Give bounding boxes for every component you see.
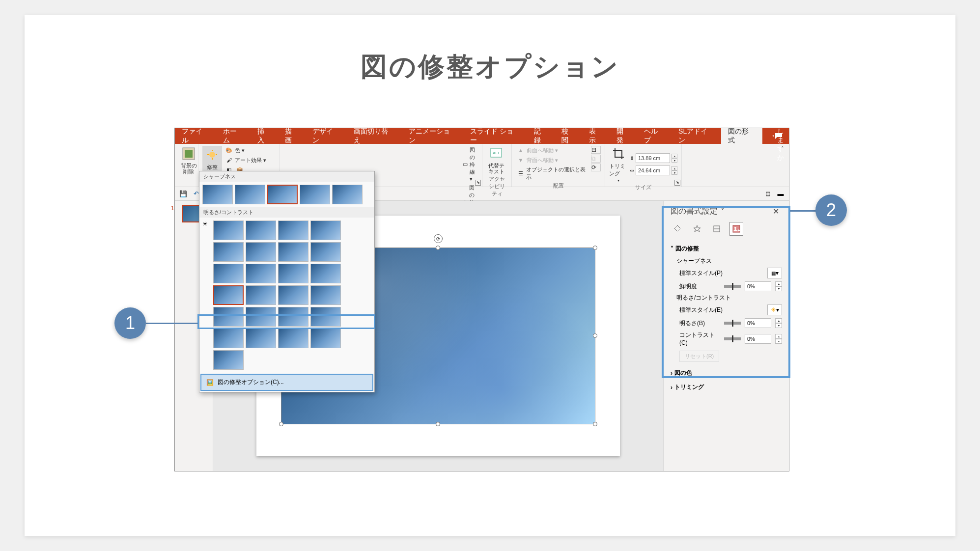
dd-bc-5[interactable] (213, 242, 244, 262)
resize-handle-se[interactable] (593, 422, 597, 426)
fp-brightness-slider[interactable] (724, 322, 741, 325)
fp-section-corrections[interactable]: ˅図の修整 (671, 242, 782, 256)
fp-section-color[interactable]: ›図の色 (671, 366, 782, 380)
width-input[interactable]: 24.64 cm (636, 165, 670, 175)
rotate-icon[interactable]: ⟳ (591, 164, 601, 171)
dd-bc-14[interactable] (246, 285, 276, 305)
dd-bc-7[interactable] (278, 242, 308, 262)
contrast-up[interactable]: ▴ (775, 334, 782, 339)
fp-sharpness-slider[interactable] (724, 285, 741, 288)
fp-reset-button[interactable]: リセット(R) (679, 351, 719, 362)
pane-collapse-icon[interactable]: ˅ (718, 206, 728, 217)
tab-view[interactable]: 表示 (582, 128, 610, 144)
color-dropdown[interactable]: 🎨色 ▾ (224, 146, 267, 155)
dd-bc-25[interactable] (213, 350, 244, 370)
pane-close-icon[interactable]: ✕ (770, 206, 782, 217)
dd-sharp-4[interactable] (300, 185, 330, 204)
group-icon[interactable]: ⧉ (591, 155, 601, 163)
dd-bc-16[interactable] (310, 285, 341, 305)
fp-preset-e-dropdown[interactable]: ☀ ▾ (767, 304, 782, 315)
dd-bc-2[interactable] (246, 220, 276, 240)
picture-border-dropdown[interactable]: ▭図の枠線 ▾ (462, 146, 479, 183)
tab-developer[interactable]: 開発 (610, 128, 637, 144)
dd-bc-1[interactable] (213, 220, 244, 240)
bright-down[interactable]: ▾ (775, 323, 782, 328)
fp-preset-p-dropdown[interactable]: ▦ ▾ (767, 268, 782, 278)
bring-forward-button[interactable]: ▲前面へ移動 ▾ (516, 146, 589, 155)
tab-review[interactable]: 校閲 (555, 128, 582, 144)
fp-tab-picture-icon[interactable] (729, 222, 743, 236)
dd-bc-17[interactable] (213, 307, 244, 327)
picture-corrections-options-item[interactable]: 🖼️ 図の修整オプション(C)... (200, 374, 373, 391)
dd-bc-11[interactable] (278, 264, 308, 283)
dd-sharp-1[interactable] (202, 185, 233, 204)
dd-bc-8[interactable] (310, 242, 341, 262)
tab-slideshow[interactable]: スライド ショー (463, 128, 527, 144)
height-input[interactable]: 13.89 cm (636, 153, 670, 163)
tab-animations[interactable]: アニメーション (402, 128, 464, 144)
tab-help[interactable]: ヘルプ (637, 128, 672, 144)
sharp-down[interactable]: ▾ (775, 286, 782, 291)
height-up[interactable]: ▴ (672, 154, 677, 158)
align-icon[interactable]: ⊟ (591, 146, 601, 154)
size-dialog-launcher[interactable]: ⬊ (674, 180, 680, 186)
dd-bc-6[interactable] (246, 242, 276, 262)
save-icon[interactable]: 💾 (179, 190, 188, 198)
rotation-handle-icon[interactable]: ⟳ (434, 234, 443, 243)
artistic-effects-dropdown[interactable]: 🖌アート効果 ▾ (224, 156, 267, 165)
resize-handle-n[interactable] (436, 246, 440, 250)
dd-bc-3[interactable] (278, 220, 308, 240)
tab-record[interactable]: 記録 (527, 128, 555, 144)
fp-tab-size-icon[interactable] (710, 222, 724, 236)
section-icon[interactable]: ▬ (776, 190, 785, 198)
dd-bc-19[interactable] (278, 307, 308, 327)
dd-bc-10[interactable] (246, 264, 276, 283)
fp-section-trim[interactable]: ›トリミング (671, 380, 782, 394)
crop-button[interactable]: トリミング ▾ (609, 146, 628, 183)
dd-sharp-2[interactable] (235, 185, 265, 204)
resize-handle-sw[interactable] (279, 422, 283, 426)
alt-text-button[interactable]: ALT 代替テ キスト (486, 146, 506, 174)
contrast-down[interactable]: ▾ (775, 339, 782, 344)
dd-bc-18[interactable] (246, 307, 276, 327)
dd-bc-13[interactable] (213, 285, 244, 305)
fp-contrast-value[interactable]: 0% (745, 334, 771, 344)
dd-bc-4[interactable] (310, 220, 341, 240)
bright-up[interactable]: ▴ (775, 318, 782, 323)
fp-tab-effects-icon[interactable] (690, 222, 704, 236)
resize-handle-s[interactable] (436, 422, 440, 426)
dd-bc-9[interactable] (213, 264, 244, 283)
zoom-fit-icon[interactable]: ⊡ (763, 190, 772, 198)
sharp-up[interactable]: ▴ (775, 281, 782, 286)
selection-pane-button[interactable]: ☰オブジェクトの選択と表示 (516, 165, 589, 181)
tab-insert[interactable]: 挿入 (251, 128, 278, 144)
height-down[interactable]: ▾ (672, 158, 677, 163)
dd-bc-20[interactable] (310, 307, 341, 327)
dd-bc-22[interactable] (246, 329, 276, 348)
dd-bc-12[interactable] (310, 264, 341, 283)
dd-bc-21[interactable] (213, 329, 244, 348)
resize-handle-ne[interactable] (593, 246, 597, 250)
tab-file[interactable]: ファイル (175, 128, 216, 144)
styles-dialog-launcher[interactable]: ⬊ (475, 180, 481, 186)
dd-sharp-5[interactable] (332, 185, 363, 204)
tab-draw[interactable]: 描画 (278, 128, 306, 144)
tab-addin[interactable]: SLアドイン (672, 128, 721, 144)
fp-contrast-slider[interactable] (724, 337, 741, 340)
fp-brightness-value[interactable]: 0% (745, 318, 771, 328)
dd-bc-24[interactable] (310, 329, 341, 348)
width-up[interactable]: ▴ (672, 166, 677, 170)
width-down[interactable]: ▾ (672, 170, 677, 175)
dd-bc-15[interactable] (278, 285, 308, 305)
fp-sharpness-value[interactable]: 0% (745, 281, 771, 291)
dd-sharp-3[interactable] (267, 185, 298, 204)
dd-bc-23[interactable] (278, 329, 308, 348)
send-backward-button[interactable]: ▼背面へ移動 ▾ (516, 156, 589, 165)
comment-icon[interactable] (774, 132, 783, 140)
remove-background-button[interactable]: 背景の 削除 (179, 146, 198, 174)
fp-tab-fill-icon[interactable] (671, 222, 684, 236)
resize-handle-e[interactable] (593, 333, 597, 338)
tab-design[interactable]: デザイン (306, 128, 347, 144)
tab-transitions[interactable]: 画面切り替え (347, 128, 402, 144)
tab-home[interactable]: ホーム (216, 128, 251, 144)
